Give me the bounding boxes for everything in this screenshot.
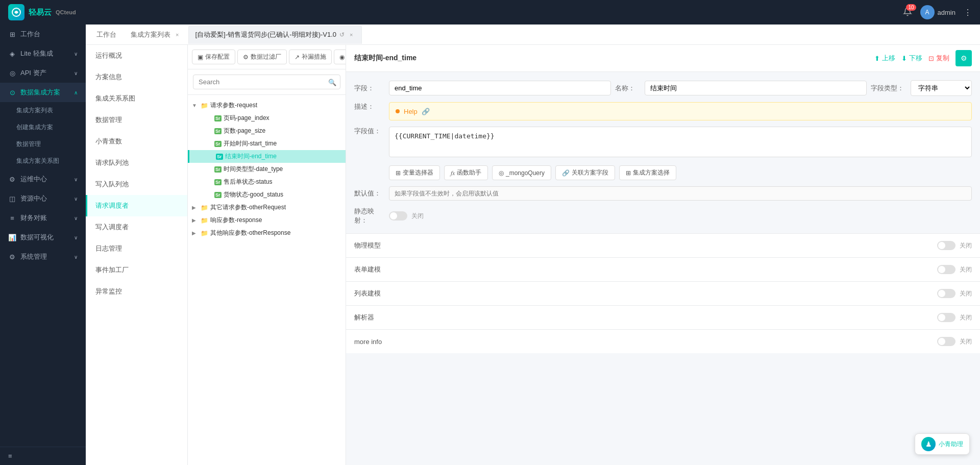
parser-row: 解析器 关闭 [346,305,980,329]
notification-button[interactable]: 10 [903,7,912,18]
tab-solution-list[interactable]: 集成方案列表 × [124,26,187,44]
tree-node-start-time[interactable]: Sr 开始时间-start_time [188,137,346,150]
data-filter-button[interactable]: ⚙ 数据过滤厂 [237,50,287,64]
search-input[interactable] [193,75,340,89]
sidebar-item-workbench[interactable]: ⊞ 工作台 [0,25,86,44]
toggle-parser[interactable] [937,313,955,322]
tree-node-status[interactable]: Sr 售后单状态-status [188,176,346,188]
down-button[interactable]: ⬇ 下移 [901,54,922,63]
nav-xiao-qing[interactable]: 小青查数 [86,131,187,152]
desc-box: Help 🔗 [389,102,972,120]
sidebar-sub-solution-list[interactable]: 集成方案列表 [4,102,86,119]
tree-container[interactable]: ▼ 📁 请求参数-request Sr 页码-page_index [188,95,346,465]
nav-solution-info[interactable]: 方案信息 [86,66,187,88]
static-map-toggle-switch[interactable] [389,211,407,221]
sidebar-collapse[interactable]: ≡ [0,447,86,465]
sidebar-item-resource[interactable]: ◫ 资源中心 ∨ [0,189,86,208]
tab-refresh-icon[interactable]: ↺ [339,31,345,38]
field-name-value[interactable] [645,81,867,95]
tab-workbench[interactable]: 工作台 [90,26,123,44]
supplement-button[interactable]: ↗ 补漏措施 [289,50,332,64]
api-icon: ◎ [8,69,16,77]
sidebar-sub-create[interactable]: 创建集成方案 [4,119,86,136]
help-icon[interactable]: 🔗 [422,108,430,115]
user-area[interactable]: A admin [920,5,955,19]
toggle-list[interactable] [937,289,955,298]
value-area[interactable]: {{CURRENT_TIME|datetime}} [389,127,972,157]
list-build-toggle[interactable]: 关闭 [937,289,972,298]
tree-node-page-size[interactable]: Sr 页数-page_size [188,125,346,137]
tree-node-end-time[interactable]: Sr 结束时间-end_time [188,150,346,163]
sidebar-sub-data-manage[interactable]: 数据管理 [4,136,86,153]
copy-button[interactable]: ⊡ 复制 [928,54,949,63]
field-type-select[interactable]: 字符串 整数 小数 布尔值 日期时间 [911,80,972,96]
tree-node-other-request[interactable]: ▶ 📁 其它请求参数-otherRequest [188,201,346,214]
parser-toggle[interactable]: 关闭 [937,313,972,322]
tab-solution-list-close[interactable]: × [174,31,181,39]
function-helper-button[interactable]: 𝑓𝑥 函数助手 [444,165,488,180]
solution-select-button[interactable]: ⊞ 集成方案选择 [619,165,676,180]
sidebar-sub-data: 集成方案列表 创建集成方案 数据管理 集成方案关系图 [0,102,86,169]
nav-request-queue[interactable]: 请求队列池 [86,152,187,174]
search-icon: 🔍 [328,78,336,86]
default-input[interactable] [389,186,972,201]
tree-node-other-response[interactable]: ▶ 📁 其他响应参数-otherResponse [188,227,346,239]
nav-write-debugger[interactable]: 写入调度者 [86,216,187,238]
sidebar-item-finance[interactable]: ≡ 财务对账 ∨ [0,208,86,228]
operation-icon: ⚙ [8,176,16,183]
nav-exception-monitor[interactable]: 异常监控 [86,281,187,302]
sidebar-label-lite: Lite 轻集成 [20,49,53,58]
tree-node-good-status[interactable]: Sr 货物状态-good_status [188,188,346,201]
gear-button[interactable]: ⚙ [955,50,972,66]
tree-label: 请求参数-request [210,101,341,110]
mongo-query-button[interactable]: ◎ _mongoQuery [492,165,551,180]
sidebar-label-data-solution: 数据集成方案 [20,88,60,97]
more-button[interactable]: ⋮ [964,8,972,17]
copy-action-icon: ⊡ [928,55,934,62]
nav-relation-map[interactable]: 集成关系系图 [86,88,187,109]
page-content: 运行概况 方案信息 集成关系系图 数据管理 小青查数 请求队列池 写入队列池 请… [86,45,980,465]
sidebar-item-lite[interactable]: ◈ Lite 轻集成 ∨ [0,44,86,63]
sidebar-item-system[interactable]: ⚙ 系统管理 ∨ [0,247,86,266]
more-info-toggle[interactable]: 关闭 [937,337,972,346]
form-build-toggle[interactable]: 关闭 [937,265,972,274]
sidebar-sub-relation[interactable]: 集成方案关系图 [4,153,86,169]
nav-overview[interactable]: 运行概况 [86,45,187,66]
physical-model-toggle[interactable]: 关闭 [937,241,972,250]
up-button[interactable]: ⬆ 上移 [874,54,895,63]
related-field-button[interactable]: 🔗 关联方案字段 [555,165,615,180]
tab-solution-edit[interactable]: [自动爱梨]-销售退货同步(已确认-明细对接)-V1.0 ↺ × [188,26,361,44]
static-map-toggle[interactable]: 关闭 [389,211,424,221]
op-chevron: ∨ [74,177,78,182]
nav-log-manage[interactable]: 日志管理 [86,238,187,259]
sidebar-item-api[interactable]: ◎ API 资产 ∨ [0,63,86,83]
nav-write-queue[interactable]: 写入队列池 [86,174,187,195]
toggle-more[interactable] [937,337,955,346]
toggle-physical[interactable] [937,241,955,250]
tree-node-date-type[interactable]: Sr 时间类型型-date_type [188,163,346,176]
tree-node-request-params[interactable]: ▼ 📁 请求参数-request [188,99,346,112]
save-config-button[interactable]: ▣ 保存配置 [192,50,235,64]
sidebar-item-operation[interactable]: ⚙ 运维中心 ∨ [0,169,86,189]
folder-icon3: 📁 [200,217,208,224]
tree-node-response[interactable]: ▶ 📁 响应参数-response [188,214,346,227]
api-view-button[interactable]: ◉ 接口信息视图 [334,50,346,64]
toggle-form[interactable] [937,265,955,274]
fin-chevron: ∨ [74,215,78,221]
tab-solution-edit-close[interactable]: × [348,31,355,39]
nav-event-factory[interactable]: 事件加工厂 [86,259,187,281]
tree-node-page-index[interactable]: Sr 页码-page_index [188,112,346,125]
value-buttons: ⊞ 变量选择器 𝑓𝑥 函数助手 ◎ _mon [389,165,972,180]
lite-icon: ◈ [8,50,16,58]
field-detail-title: 结束时间-end_time [354,54,416,63]
nav-data-manage[interactable]: 数据管理 [86,109,187,131]
nav-request-debugger[interactable]: 请求调度者 [86,195,187,216]
sidebar-item-visualization[interactable]: 📊 数据可视化 ∨ [0,228,86,247]
logo-subtitle: QCteud [56,9,76,15]
data-solution-icon: ⊙ [8,89,16,96]
default-row: 默认值： [354,186,972,201]
sidebar-item-data-solution[interactable]: ⊙ 数据集成方案 ∧ [0,83,86,102]
field-name-input[interactable] [389,81,611,95]
variable-selector-button[interactable]: ⊞ 变量选择器 [389,165,440,180]
assistant-button[interactable]: ♟ 小青助理 [915,433,970,455]
